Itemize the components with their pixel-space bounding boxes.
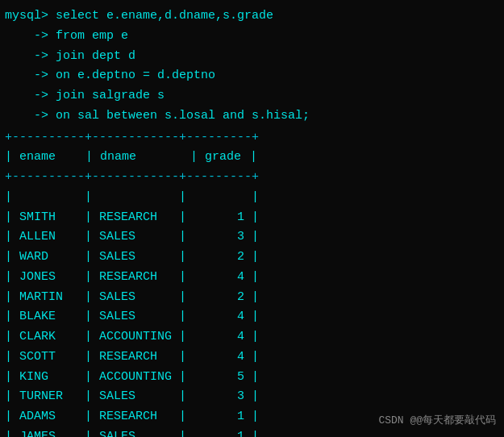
table-header: | ename| dname| grade| [5, 148, 499, 168]
watermark: CSDN @@每天都要敲代码 [378, 413, 496, 427]
table-row: | BLAKE | SALES | 4 | [5, 307, 499, 327]
query-line-3: -> join dept d [5, 47, 499, 67]
top-border: +----------+------------+---------+ [5, 128, 499, 148]
table-row: | JAMES | SALES | 1 | [5, 427, 499, 437]
query-text-5: join salgrade s [48, 86, 165, 106]
header-grade: grade [205, 148, 250, 168]
header-ename: ename [19, 148, 85, 168]
arrow-prompt-5: -> [5, 86, 48, 106]
query-text-2: from emp e [48, 27, 128, 47]
arrow-prompt-6: -> [5, 106, 48, 127]
table-row: | MARTIN | SALES | 2 | [5, 288, 499, 308]
table-row: | KING | ACCOUNTING | 5 | [5, 368, 499, 388]
table-row: | JONES | RESEARCH | 4 | [5, 268, 499, 288]
table-body: | SMITH | RESEARCH | 1 || ALLEN | SALES … [5, 208, 499, 438]
table-row: | SCOTT | RESEARCH | 4 | [5, 348, 499, 368]
query-text-6: on sal between s.losal and s.hisal; [48, 106, 310, 127]
query-line-4: -> on e.deptno = d.deptno [5, 66, 499, 86]
table-row: | SMITH | RESEARCH | 1 | [5, 208, 499, 228]
query-text-1: select e.ename,d.dname,s.grade [48, 6, 273, 27]
terminal: mysql> select e.ename,d.dname,s.grade ->… [0, 0, 504, 437]
query-text-3: join dept d [48, 47, 135, 67]
header-dname: dname [100, 148, 190, 168]
header-border: +----------+------------+---------+ [5, 168, 499, 188]
arrow-prompt-3: -> [5, 47, 48, 67]
query-text-4: on e.deptno = d.deptno [48, 66, 215, 86]
result-table: +----------+------------+---------+ | en… [5, 128, 499, 438]
table-row: | WARD | SALES | 2 | [5, 248, 499, 268]
query-line-1: mysql> select e.ename,d.dname,s.grade [5, 6, 499, 27]
arrow-prompt-2: -> [5, 27, 48, 47]
table-row: | TURNER | SALES | 3 | [5, 387, 499, 407]
mysql-prompt: mysql> [5, 6, 48, 27]
arrow-prompt-4: -> [5, 66, 48, 86]
query-line-5: -> join salgrade s [5, 86, 499, 106]
query-line-6: -> on sal between s.losal and s.hisal; [5, 106, 499, 127]
table-row: | ALLEN | SALES | 3 | [5, 227, 499, 248]
query-line-2: -> from emp e [5, 27, 499, 47]
empty-row: | | | | [5, 188, 499, 208]
table-row: | CLARK | ACCOUNTING | 4 | [5, 327, 499, 348]
